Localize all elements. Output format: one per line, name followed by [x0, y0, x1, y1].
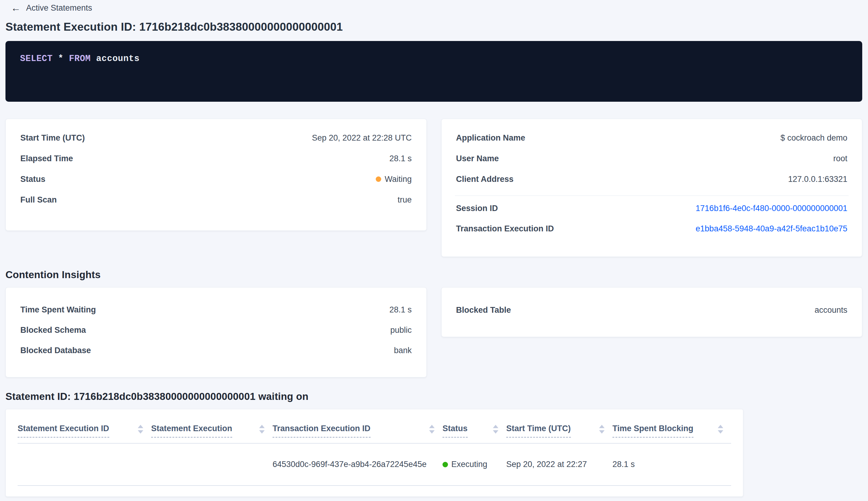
column-label[interactable]: Transaction Execution ID [273, 424, 371, 438]
column-label[interactable]: Statement Execution ID [18, 424, 109, 438]
column-label[interactable]: Time Spent Blocking [612, 424, 694, 438]
executing-status-dot-icon [443, 462, 448, 467]
column-header-statement-execution-id[interactable]: Statement Execution ID [18, 424, 151, 438]
application-name-row: Application Name $ cockroach demo [456, 128, 848, 148]
blocked-table-value: accounts [815, 306, 847, 315]
column-header-time-spent-blocking[interactable]: Time Spent Blocking [612, 424, 731, 438]
full-scan-label: Full Scan [20, 195, 57, 205]
sql-keyword-from: FROM [69, 54, 91, 64]
page-title: Statement Execution ID: 1716b218dc0b3838… [6, 21, 862, 33]
user-name-row: User Name root [456, 148, 848, 169]
sort-arrows-icon[interactable] [429, 425, 435, 434]
elapsed-time-value: 28.1 s [389, 154, 412, 163]
blocked-table-row: Blocked Table accounts [456, 300, 848, 320]
execution-summary-card: Start Time (UTC) Sep 20, 2022 at 22:28 U… [6, 119, 427, 231]
transaction-execution-id-row: Transaction Execution ID e1bba458-5948-4… [456, 218, 848, 239]
session-id-label: Session ID [456, 204, 498, 213]
waiting-status-dot-icon [376, 177, 381, 182]
elapsed-time-row: Elapsed Time 28.1 s [20, 148, 412, 169]
waiting-on-table: Statement Execution ID Statement Executi… [6, 409, 743, 497]
transaction-execution-id-label: Transaction Execution ID [456, 224, 554, 234]
user-name-value: root [833, 154, 847, 163]
cell-start-time: Sep 20, 2022 at 22:27 [506, 460, 612, 469]
column-label[interactable]: Status [443, 424, 468, 438]
client-address-label: Client Address [456, 174, 514, 184]
session-id-link[interactable]: 1716b1f6-4e0c-f480-0000-000000000001 [696, 204, 847, 213]
user-name-label: User Name [456, 154, 499, 163]
sort-arrows-icon[interactable] [493, 425, 498, 434]
cell-status: Executing [443, 460, 506, 469]
blocked-schema-label: Blocked Schema [20, 326, 86, 335]
elapsed-time-label: Elapsed Time [20, 154, 73, 163]
cell-time-spent-blocking: 28.1 s [612, 460, 731, 469]
sql-keyword-select: SELECT [20, 54, 53, 64]
overview-cards-row: Start Time (UTC) Sep 20, 2022 at 22:28 U… [6, 119, 862, 257]
waiting-on-heading: Statement ID: 1716b218dc0b38380000000000… [6, 391, 862, 402]
column-label[interactable]: Start Time (UTC) [506, 424, 571, 438]
table-header-row: Statement Execution ID Statement Executi… [18, 409, 731, 444]
blocked-database-label: Blocked Database [20, 346, 91, 355]
column-header-statement-execution[interactable]: Statement Execution [151, 424, 273, 438]
column-header-status[interactable]: Status [443, 424, 506, 438]
blocked-table-card: Blocked Table accounts [441, 287, 862, 337]
sort-arrows-icon[interactable] [138, 425, 143, 434]
blocked-schema-value: public [390, 326, 412, 335]
sql-statement-box: SELECT * FROM accounts [6, 41, 862, 102]
status-value: Waiting [376, 174, 412, 184]
column-header-transaction-execution-id[interactable]: Transaction Execution ID [273, 424, 443, 438]
status-row: Status Waiting [20, 169, 412, 190]
sort-arrows-icon[interactable] [599, 425, 605, 434]
time-spent-waiting-row: Time Spent Waiting 28.1 s [20, 300, 412, 320]
client-address-row: Client Address 127.0.0.1:63321 [456, 169, 848, 190]
application-name-label: Application Name [456, 133, 525, 143]
start-time-label: Start Time (UTC) [20, 133, 85, 143]
contention-cards-row: Time Spent Waiting 28.1 s Blocked Schema… [6, 287, 862, 377]
contention-insights-heading: Contention Insights [6, 269, 862, 280]
status-text: Executing [451, 460, 487, 469]
start-time-row: Start Time (UTC) Sep 20, 2022 at 22:28 U… [20, 128, 412, 148]
time-spent-waiting-label: Time Spent Waiting [20, 305, 96, 315]
transaction-execution-id-link[interactable]: e1bba458-5948-40a9-a42f-5feac1b10e75 [696, 224, 847, 234]
statement-details-page: ← Active Statements Statement Execution … [0, 0, 868, 497]
blocked-database-value: bank [394, 346, 412, 355]
start-time-value: Sep 20, 2022 at 22:28 UTC [312, 133, 412, 143]
sql-star: * [53, 54, 69, 64]
cell-transaction-execution-id: 64530d0c-969f-437e-a9b4-26a72245e45e [273, 460, 443, 469]
status-text: Waiting [384, 174, 412, 184]
full-scan-value: true [398, 195, 412, 205]
back-link-active-statements[interactable]: ← Active Statements [6, 0, 92, 13]
blocked-table-label: Blocked Table [456, 306, 511, 315]
sql-table-name: accounts [91, 54, 140, 64]
sort-arrows-icon[interactable] [259, 425, 265, 434]
client-address-value: 127.0.0.1:63321 [788, 174, 847, 184]
breadcrumb-label[interactable]: Active Statements [26, 3, 92, 13]
table-row: 64530d0c-969f-437e-a9b4-26a72245e45e Exe… [18, 444, 731, 486]
contention-details-card: Time Spent Waiting 28.1 s Blocked Schema… [6, 287, 427, 377]
sort-arrows-icon[interactable] [718, 425, 723, 434]
column-label[interactable]: Statement Execution [151, 424, 232, 438]
column-header-start-time[interactable]: Start Time (UTC) [506, 424, 612, 438]
blocked-schema-row: Blocked Schema public [20, 320, 412, 340]
time-spent-waiting-value: 28.1 s [389, 305, 412, 315]
full-scan-row: Full Scan true [20, 190, 412, 210]
card-divider [455, 195, 849, 196]
blocked-database-row: Blocked Database bank [20, 340, 412, 361]
session-info-card: Application Name $ cockroach demo User N… [441, 119, 862, 257]
session-id-row: Session ID 1716b1f6-4e0c-f480-0000-00000… [456, 198, 848, 218]
application-name-value: $ cockroach demo [780, 133, 847, 143]
status-label: Status [20, 174, 45, 184]
arrow-left-icon[interactable]: ← [11, 3, 21, 13]
